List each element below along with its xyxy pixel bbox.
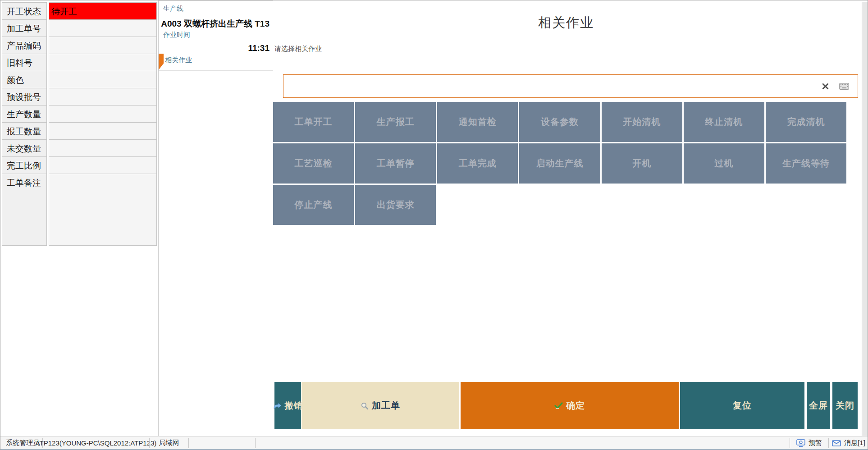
field-value (49, 139, 157, 157)
undo-arrow-icon (273, 403, 282, 409)
work-order-button[interactable]: 加工单 (302, 382, 459, 429)
monitor-alert-icon (796, 439, 805, 447)
field-label: 产品编码 (2, 37, 47, 54)
field-value (49, 71, 157, 88)
field-color: 颜色 (2, 71, 157, 88)
task-button[interactable]: 生产线等待 (766, 143, 846, 184)
close-button[interactable]: 关闭 (832, 382, 858, 429)
task-button[interactable]: 启动生产线 (519, 143, 600, 184)
x-glyph (822, 83, 829, 90)
field-completion-ratio: 完工比例 (2, 156, 157, 174)
field-value (49, 156, 157, 174)
field-value (49, 88, 157, 106)
alert-button[interactable]: 预警 (790, 436, 828, 450)
close-label: 关闭 (836, 399, 854, 412)
field-undelivered-qty: 未交数量 (2, 139, 157, 157)
status-empty-cell (189, 436, 255, 450)
envelope-icon (832, 440, 841, 446)
task-button[interactable]: 工艺巡检 (273, 143, 354, 184)
page-title: 相关作业 (273, 14, 859, 32)
status-network: 局域网 (150, 436, 188, 450)
field-label: 工单备注 (2, 174, 47, 246)
confirm-button[interactable]: 确定 (461, 382, 679, 429)
confirm-label: 确定 (566, 399, 585, 412)
field-label: 完工比例 (2, 156, 47, 174)
task-button[interactable]: 终止清机 (684, 102, 764, 142)
clear-icon[interactable] (819, 80, 831, 92)
reset-label: 复位 (733, 399, 752, 412)
task-button[interactable]: 过机 (684, 143, 764, 184)
work-time-label: 作业时间 (163, 31, 190, 39)
undo-label: 撤销 (285, 400, 303, 412)
field-work-order-no: 加工单号 (2, 19, 157, 37)
field-label: 颜色 (2, 71, 47, 88)
status-database: ATP123(YOUNG-PC\SQL2012:ATP123) (43, 436, 149, 450)
fullscreen-label: 全屏 (809, 399, 828, 412)
select-task-hint: 请选择相关作业 (274, 45, 322, 53)
undo-button[interactable]: 撤销 (274, 382, 301, 429)
app-window: 开工状态 待开工 加工单号 产品编码 旧料号 颜色 预设批号 生产数量 报工数量 (0, 0, 868, 450)
task-button-grid: 工单开工 生产报工 通知首检 设备参数 开始清机 终止清机 完成清机 工艺巡检 … (273, 102, 846, 225)
field-value (49, 105, 157, 123)
line-label: 生产线 (163, 5, 183, 13)
check-icon (554, 402, 563, 409)
keyboard-icon[interactable] (838, 80, 850, 92)
status-badge: 待开工 (49, 2, 157, 20)
related-tasks-pane: 相关作业 请选择相关作业 (273, 0, 859, 436)
task-button[interactable]: 开机 (602, 143, 682, 184)
task-search-box (283, 74, 858, 98)
field-value (49, 19, 157, 37)
field-label: 未交数量 (2, 139, 47, 157)
nav-item-label: 相关作业 (165, 56, 192, 64)
task-button[interactable]: 出货要求 (355, 185, 436, 225)
message-label: 消息[1] (844, 439, 865, 447)
task-button[interactable]: 工单开工 (273, 102, 354, 142)
scrollbar-track[interactable] (862, 2, 868, 436)
magnifier-icon (361, 402, 369, 410)
work-time-value: 11:31 (248, 43, 270, 53)
task-button[interactable]: 生产报工 (355, 102, 436, 142)
field-label: 预设批号 (2, 88, 47, 106)
work-order-label: 加工单 (372, 399, 400, 412)
selected-marker (159, 54, 164, 70)
field-order-remark: 工单备注 (2, 174, 157, 246)
message-button[interactable]: 消息[1] (829, 436, 868, 450)
task-button[interactable]: 完成清机 (766, 102, 846, 142)
field-value (49, 122, 157, 140)
task-search-input[interactable] (283, 75, 819, 97)
production-line-panel: 生产线 A003 双螺杆挤出生产线 T13 作业时间 11:31 相关作业 (158, 0, 273, 436)
task-button[interactable]: 通知首检 (437, 102, 518, 142)
task-button[interactable]: 工单暂停 (355, 143, 436, 184)
nav-item-related-tasks[interactable]: 相关作业 (159, 53, 273, 71)
field-label: 加工单号 (2, 19, 47, 37)
task-button[interactable]: 停止产线 (273, 185, 354, 225)
field-label: 开工状态 (2, 2, 47, 20)
task-button[interactable]: 开始清机 (602, 102, 682, 142)
line-value: A003 双螺杆挤出生产线 T13 (161, 18, 270, 30)
field-reported-qty: 报工数量 (2, 122, 157, 140)
task-button[interactable]: 设备参数 (519, 102, 600, 142)
field-value (49, 174, 157, 246)
status-bar: 系统管理员 ATP123(YOUNG-PC\SQL2012:ATP123) 局域… (0, 436, 868, 450)
task-button[interactable]: 工单完成 (437, 143, 518, 184)
field-value (49, 37, 157, 54)
field-preset-batch-no: 预设批号 (2, 88, 157, 106)
field-label: 旧料号 (2, 54, 47, 71)
field-label: 生产数量 (2, 105, 47, 123)
fullscreen-button[interactable]: 全屏 (807, 382, 830, 429)
status-empty-cell (256, 436, 790, 450)
field-start-status: 开工状态 待开工 (2, 2, 157, 20)
field-product-code: 产品编码 (2, 37, 157, 54)
field-value (49, 54, 157, 71)
keyboard-glyph (839, 83, 849, 90)
field-production-qty: 生产数量 (2, 105, 157, 123)
work-order-info-panel: 开工状态 待开工 加工单号 产品编码 旧料号 颜色 预设批号 生产数量 报工数量 (2, 3, 157, 246)
field-old-part-no: 旧料号 (2, 54, 157, 71)
reset-button[interactable]: 复位 (680, 382, 804, 429)
field-label: 报工数量 (2, 122, 47, 140)
alert-label: 预警 (809, 439, 822, 447)
